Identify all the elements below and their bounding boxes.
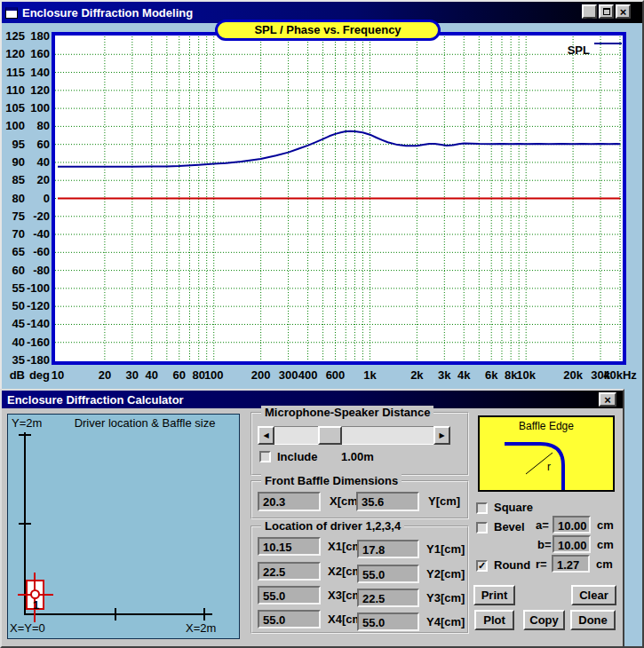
driver2-y-field[interactable]: 55.0 [357,565,419,583]
svg-text:85: 85 [12,173,25,186]
include-label: Include [277,450,318,463]
x-tick-1m [115,608,116,620]
baffle-edge-curve: r [480,433,613,490]
calculator-close-icon: × [604,394,611,406]
baffle-y-field[interactable]: 35.6 [356,492,419,511]
driver3-x-field[interactable]: 55.0 [258,586,321,605]
diagram-ymax-label: Y=2m [12,416,42,430]
svg-text:110: 110 [6,83,25,97]
svg-text:30: 30 [126,368,139,382]
svg-text:600: 600 [326,368,346,382]
square-checkbox[interactable] [476,502,488,514]
svg-text:65: 65 [12,245,25,258]
svg-text:80: 80 [192,368,204,382]
y-tick-1m [19,523,31,525]
driver2-x-field[interactable]: 22.5 [258,562,321,581]
bevel-b-prefix: b= [537,538,552,551]
svg-text:20k: 20k [563,368,583,382]
round-r-field[interactable]: 1.27 [552,555,590,573]
baffle-edge-panel: Baffle Edge r [478,415,615,492]
svg-text:60: 60 [37,138,50,151]
driver3-y-label: Y3[cm] [426,591,465,605]
diagram-origin-label: X=Y=0 [10,621,45,635]
driver3-y-field[interactable]: 22.5 [357,589,419,607]
svg-text:300: 300 [279,368,298,382]
driver-location-diagram: Y=2m Driver location & Baffle size 1 X=Y… [7,414,240,639]
calculator-title: Enclosure Diffraction Calculator [7,393,184,407]
svg-text:10: 10 [52,368,64,382]
chart-title: SPL / Phase vs. Frequency [215,20,441,41]
done-button[interactable]: Done [570,610,616,630]
plot-button[interactable]: Plot [474,610,514,630]
svg-text:70: 70 [12,227,25,241]
print-button[interactable]: Print [473,585,515,605]
svg-text:100: 100 [30,101,50,115]
svg-text:SPL: SPL [568,43,590,57]
round-label: Round [494,558,530,572]
svg-text:-120: -120 [27,299,50,312]
svg-text:35: 35 [12,353,25,367]
baffle-y-label: Y[cm] [428,494,460,508]
bevel-checkbox[interactable] [476,522,488,533]
arrow-right-icon: ▶ [439,431,444,439]
minimize-icon: _ [586,9,592,19]
bevel-a-unit: cm [597,518,614,532]
scrollbar-left-button[interactable]: ◀ [258,426,274,445]
round-checkbox[interactable]: ✓ [476,560,488,572]
include-checkbox[interactable] [259,451,271,462]
y-tick-2m [19,434,31,436]
close-icon: × [620,6,627,18]
scrollbar-right-button[interactable]: ▶ [433,426,450,445]
svg-text:200: 200 [251,368,271,382]
driver-number-label: 1 [33,598,39,612]
svg-text:deg: deg [29,368,50,382]
spl-phase-chart: 1251201151101051009590858075706560555045… [0,25,644,389]
bevel-b-unit: cm [597,538,614,551]
svg-text:-100: -100 [27,281,50,295]
svg-text:20: 20 [37,173,50,186]
mic-distance-group-title: Microphone-Speaker Distance [261,406,433,419]
baffle-dimensions-group-title: Front Baffle Dimensions [261,474,402,487]
svg-text:dB: dB [10,368,25,382]
bevel-b-field[interactable]: 10.00 [553,535,591,553]
round-checkmark: ✓ [478,560,486,571]
distance-scrollbar-thumb[interactable] [318,426,342,445]
bevel-a-field[interactable]: 10.00 [553,516,591,533]
clear-button[interactable]: Clear [571,585,616,605]
svg-text:60: 60 [12,264,25,277]
svg-text:40: 40 [146,368,158,382]
maximize-icon [603,8,610,15]
bevel-label: Bevel [494,520,525,533]
copy-button[interactable]: Copy [523,610,565,630]
driver1-y-label: Y1[cm] [426,542,465,556]
svg-text:400: 400 [298,368,318,382]
svg-text:6k: 6k [485,368,498,382]
calculator-close-button[interactable]: × [599,392,616,407]
svg-text:-60: -60 [33,245,50,258]
svg-text:90: 90 [12,155,25,169]
svg-text:40: 40 [37,155,50,169]
baffle-x-field[interactable]: 20.3 [258,492,321,511]
maximize-button[interactable] [599,4,614,19]
x-tick-2m [203,608,205,620]
svg-text:-140: -140 [27,317,50,330]
minimize-button[interactable]: _ [582,4,597,19]
svg-text:45: 45 [12,317,25,330]
svg-text:10k: 10k [516,368,536,382]
driver1-y-field[interactable]: 17.8 [357,540,419,558]
svg-text:50: 50 [12,299,25,312]
diagram-x-axis [24,613,212,615]
distance-scrollbar-track[interactable] [274,426,433,445]
svg-text:180: 180 [30,29,50,43]
driver4-x-field[interactable]: 55.0 [258,610,321,628]
svg-text:20: 20 [99,368,111,382]
driver4-y-field[interactable]: 55.0 [357,612,419,631]
round-r-prefix: r= [536,557,547,571]
close-button[interactable]: × [616,4,631,19]
driver2-y-label: Y2[cm] [426,567,465,581]
baffle-edge-title: Baffle Edge [480,420,613,432]
driver1-x-field[interactable]: 10.15 [258,537,321,556]
diagram-title: Driver location & Baffle size [54,416,235,430]
svg-text:80: 80 [12,192,25,205]
svg-text:115: 115 [6,66,25,79]
